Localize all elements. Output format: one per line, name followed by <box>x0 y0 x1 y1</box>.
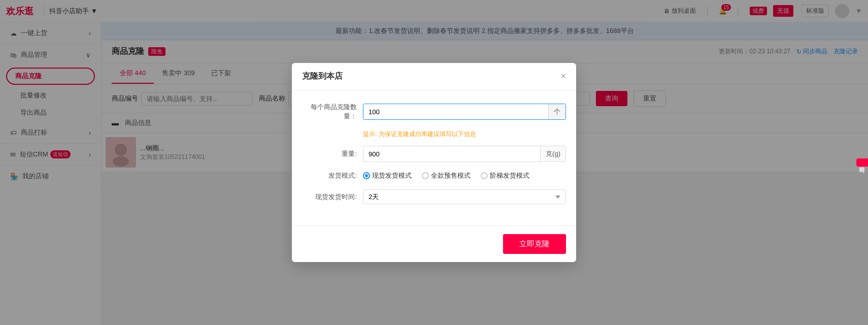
delivery-time-select[interactable]: 1天 2天 3天 5天 7天 <box>363 189 566 204</box>
form-row-ship-mode: 发货模式: 现货发货模式 全款预售模式 阶梯发货模式 <box>302 171 566 180</box>
modal-title: 克隆到本店 <box>302 71 343 82</box>
form-row-weight: 重量: 克(g) <box>302 146 566 162</box>
weight-input-wrap: 克(g) <box>363 146 566 162</box>
weight-unit: 克(g) <box>540 146 565 161</box>
quantity-input-wrap: 个 <box>363 104 566 120</box>
quantity-unit: 个 <box>548 104 565 119</box>
hint-text: 提示: 为保证克隆成功率建议填写以下信息 <box>302 130 566 139</box>
ship-mode-spot[interactable]: 现货发货模式 <box>363 171 412 180</box>
radio-spot-dot <box>363 172 370 179</box>
clone-submit-button[interactable]: 立即克隆 <box>503 234 566 254</box>
modal-overlay: 克隆到本店 × 每个商品克隆数量： 个 提示: 为保证克隆成功率建议填写以下信息… <box>0 0 868 325</box>
quantity-input[interactable] <box>363 105 548 119</box>
delivery-time-label: 现货发货时间: <box>302 192 363 202</box>
radio-ladder-dot <box>481 172 488 179</box>
modal-body: 每个商品克隆数量： 个 提示: 为保证克隆成功率建议填写以下信息 重量: 克(g… <box>292 90 576 225</box>
modal-close-button[interactable]: × <box>560 71 566 82</box>
ship-mode-ladder[interactable]: 阶梯发货模式 <box>481 171 529 180</box>
ship-mode-label: 发货模式: <box>302 171 363 180</box>
quantity-label: 每个商品克隆数量： <box>302 103 363 121</box>
form-row-quantity: 每个商品克隆数量： 个 <box>302 103 566 121</box>
form-row-delivery-time: 现货发货时间: 1天 2天 3天 5天 7天 <box>302 189 566 204</box>
weight-input[interactable] <box>363 147 540 161</box>
right-panel-btn[interactable]: 限时 <box>856 158 868 167</box>
radio-presale-dot <box>422 172 429 179</box>
weight-label: 重量: <box>302 149 363 158</box>
delivery-time-select-wrap: 1天 2天 3天 5天 7天 <box>363 189 566 204</box>
ship-mode-radio-group: 现货发货模式 全款预售模式 阶梯发货模式 <box>363 171 529 180</box>
modal-header: 克隆到本店 × <box>292 63 576 90</box>
modal-footer: 立即克隆 <box>292 225 576 262</box>
ship-mode-presale[interactable]: 全款预售模式 <box>422 171 471 180</box>
clone-modal: 克隆到本店 × 每个商品克隆数量： 个 提示: 为保证克隆成功率建议填写以下信息… <box>292 63 576 262</box>
